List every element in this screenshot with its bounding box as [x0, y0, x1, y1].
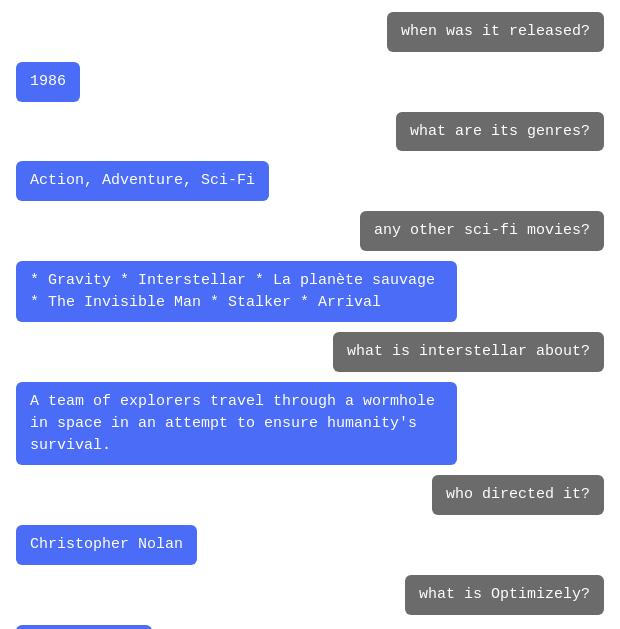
message-row-msg2: 1986 — [16, 62, 604, 102]
bubble-msg6: * Gravity * Interstellar * La planète sa… — [16, 261, 457, 323]
chat-container: when was it released?1986what are its ge… — [0, 0, 620, 629]
message-row-msg8: A team of explorers travel through a wor… — [16, 382, 604, 465]
bubble-msg5: any other sci-fi movies? — [360, 211, 604, 251]
message-row-msg4: Action, Adventure, Sci-Fi — [16, 161, 604, 201]
message-row-msg3: what are its genres? — [16, 112, 604, 152]
bubble-msg7: what is interstellar about? — [333, 332, 604, 372]
message-row-msg7: what is interstellar about? — [16, 332, 604, 372]
message-row-msg10: Christopher Nolan — [16, 525, 604, 565]
message-row-msg1: when was it released? — [16, 12, 604, 52]
bubble-msg9: who directed it? — [432, 475, 604, 515]
message-row-msg5: any other sci-fi movies? — [16, 211, 604, 251]
bubble-msg4: Action, Adventure, Sci-Fi — [16, 161, 269, 201]
bubble-msg1: when was it released? — [387, 12, 604, 52]
message-row-msg11: what is Optimizely? — [16, 575, 604, 615]
bubble-msg8: A team of explorers travel through a wor… — [16, 382, 457, 465]
message-row-msg9: who directed it? — [16, 475, 604, 515]
bubble-msg2: 1986 — [16, 62, 80, 102]
bubble-msg3: what are its genres? — [396, 112, 604, 152]
message-row-msg12: I don't know — [16, 625, 604, 630]
message-row-msg6: * Gravity * Interstellar * La planète sa… — [16, 261, 604, 323]
bubble-msg10: Christopher Nolan — [16, 525, 197, 565]
bubble-msg11: what is Optimizely? — [405, 575, 604, 615]
bubble-msg12: I don't know — [16, 625, 152, 630]
